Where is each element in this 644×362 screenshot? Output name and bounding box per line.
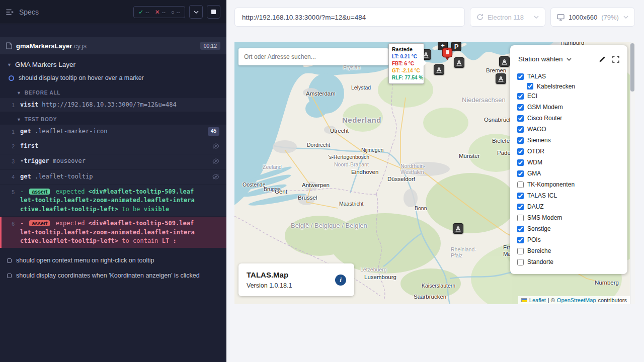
station-marker[interactable]	[453, 223, 463, 234]
layer-toggle-wdm[interactable]: WDM	[517, 157, 620, 168]
layer-checkbox-tk-komponenten[interactable]	[517, 182, 524, 188]
chevron-down-icon: ▼	[17, 90, 22, 96]
edit-pencil-icon[interactable]	[599, 56, 606, 63]
command-row-assert[interactable]: 6- assert expected <div#leaflet-tooltip-…	[0, 217, 226, 248]
leaflet-link[interactable]: Leaflet	[529, 297, 546, 303]
assert-chip: assert	[29, 189, 50, 195]
layer-checkbox-talas[interactable]	[517, 73, 524, 80]
layer-label: SMS Modem	[527, 214, 562, 221]
layer-checkbox-eci[interactable]	[517, 93, 524, 100]
command-text: visit http://192.168.10.33:3000/?m=12&u=…	[20, 101, 219, 109]
map-scrollbar-thumb[interactable]	[630, 43, 634, 92]
layer-toggle-talas[interactable]: TALAS	[517, 71, 620, 82]
layer-toggle-kabelstrecken[interactable]: Kabelstrecken	[517, 82, 620, 90]
tooltip-measurements: LT: 0.21 °CFBT: 6 °CGT: -2.14 °CRLF: 77.…	[392, 53, 421, 81]
layer-toggle-tk-komponenten[interactable]: TK-Komponenten	[517, 179, 620, 190]
layer-label: POIs	[527, 236, 541, 243]
viewport-zoom: (79%)	[601, 14, 619, 21]
map-search-input[interactable]	[244, 53, 383, 60]
layer-toggle-otdr[interactable]: OTDR	[517, 146, 620, 157]
layer-toggle-bereiche[interactable]: Bereiche	[517, 245, 620, 256]
pending-test-icon	[7, 258, 12, 263]
url-input[interactable]	[242, 14, 457, 21]
layer-checkbox-siemens[interactable]	[517, 137, 524, 144]
stop-run-button[interactable]	[207, 5, 220, 19]
layers-panel: Station wählen TALASKabelstreckenECIGSM …	[510, 45, 627, 274]
layer-toggle-gma[interactable]: GMA	[517, 168, 620, 179]
layer-toggle-siemens[interactable]: Siemens	[517, 135, 620, 146]
station-marker[interactable]	[499, 56, 510, 67]
layer-toggle-pois[interactable]: POIs	[517, 234, 620, 245]
layer-toggle-gsm-modem[interactable]: GSM Modem	[517, 102, 620, 113]
layer-checkbox-gsm-modem[interactable]	[517, 104, 524, 111]
command-row-visit[interactable]: 1visit http://192.168.10.33:3000/?m=12&u…	[0, 98, 226, 112]
layer-toggle-standorte[interactable]: Standorte	[517, 256, 620, 267]
layer-checkbox-dauz[interactable]	[517, 204, 524, 210]
url-bar[interactable]	[234, 8, 465, 27]
command-row-get[interactable]: 4get .leaflet-tooltip	[0, 170, 226, 185]
suite-row[interactable]: ▼ GMA Markers Layer	[0, 54, 226, 71]
collapse-dropdown-button[interactable]	[189, 5, 203, 19]
pending-test-row[interactable]: should open context menu on right-click …	[0, 253, 226, 268]
layer-checkbox-pois[interactable]	[517, 237, 524, 243]
before-all-section[interactable]: ▼ BEFORE ALL	[0, 85, 226, 98]
layer-toggle-sonstige[interactable]: Sonstige	[517, 223, 620, 234]
command-number: 4	[2, 172, 20, 182]
layer-checkbox-bereiche[interactable]	[517, 248, 524, 254]
pending-tests-list: should open context menu on right-click …	[0, 253, 226, 283]
red-pin-marker[interactable]	[442, 47, 453, 61]
spec-file-row[interactable]: gmaMarkersLayer.cy.js 00:12	[0, 37, 226, 54]
info-button[interactable]: i	[335, 275, 346, 286]
test-title: should display tooltip on hover over a m…	[19, 74, 144, 81]
layer-checkbox-standorte[interactable]	[517, 259, 524, 265]
station-select-dropdown[interactable]: Station wählen	[518, 55, 572, 63]
layer-toggle-sms-modem[interactable]: SMS Modem	[517, 212, 620, 223]
browser-refresh-icon	[476, 14, 484, 21]
specs-list-icon[interactable]	[6, 9, 15, 16]
layer-checkbox-gma[interactable]	[517, 170, 524, 177]
command-row-assert[interactable]: 5- assert expected <div#leaflet-tooltip-…	[0, 185, 226, 216]
p-marker[interactable]: P	[451, 42, 461, 51]
running-test-row[interactable]: should display tooltip on hover over a m…	[0, 71, 226, 85]
marker-tooltip[interactable]: Rastede LT: 0.21 °CFBT: 6 °CGT: -2.14 °C…	[388, 43, 424, 84]
layer-checkbox-cisco-router[interactable]	[517, 115, 524, 122]
layer-checkbox-talas-icl[interactable]	[517, 193, 524, 199]
layer-toggle-cisco-router[interactable]: Cisco Router	[517, 113, 620, 124]
layer-toggle-dauz[interactable]: DAUZ	[517, 201, 620, 212]
command-text: get .leaflet-tooltip	[20, 172, 208, 182]
station-marker[interactable]	[454, 57, 464, 68]
openstreetmap-link[interactable]: OpenStreetMap	[557, 297, 596, 303]
layer-checkbox-otdr[interactable]	[517, 148, 524, 155]
map-scrollbar[interactable]	[630, 42, 635, 304]
failed-count: --	[162, 9, 166, 15]
map-attribution: Leaflet | © OpenStreetMap contributors	[518, 296, 630, 304]
layer-label: GMA	[527, 170, 541, 177]
pending-icon: ○	[171, 9, 175, 15]
chevron-down-icon	[534, 16, 539, 19]
pending-test-title: should open context menu on right-click …	[16, 257, 154, 264]
layer-checkbox-wdm[interactable]	[517, 159, 524, 166]
layer-toggle-talas-icl[interactable]: TALAS ICL	[517, 190, 620, 201]
layer-checkbox-sonstige[interactable]	[517, 226, 524, 232]
layer-toggle-wago[interactable]: WAGO	[517, 124, 620, 135]
layer-toggle-eci[interactable]: ECI	[517, 90, 620, 102]
station-marker[interactable]	[434, 64, 444, 75]
test-body-section[interactable]: ▼ TEST BODY	[0, 112, 226, 125]
layer-checkbox-sms-modem[interactable]	[517, 215, 524, 221]
layer-label: Sonstige	[527, 225, 551, 232]
command-row-first[interactable]: 2first	[0, 139, 226, 154]
viewport-selector[interactable]: 1000x660 (79%)	[550, 8, 635, 27]
station-marker[interactable]	[496, 73, 506, 84]
map-search-box[interactable]	[238, 48, 388, 65]
command-row-trigger[interactable]: 3-trigger mouseover	[0, 154, 226, 169]
layer-label: GSM Modem	[527, 104, 563, 111]
layer-checkbox-kabelstrecken[interactable]	[527, 83, 533, 89]
chevron-down-icon	[194, 11, 199, 14]
pending-test-row[interactable]: should display coordinates when 'Koordin…	[0, 268, 226, 283]
leaflet-map[interactable]: HamburgBremenNiedersachsenFryslânAmsterd…	[234, 42, 635, 304]
command-row-get[interactable]: 1get .leaflet-marker-icon45	[0, 125, 226, 138]
browser-selector[interactable]: Electron 118	[470, 8, 545, 27]
command-number: 1	[2, 127, 20, 136]
layer-checkbox-wago[interactable]	[517, 126, 524, 133]
fullscreen-expand-icon[interactable]	[612, 56, 619, 63]
